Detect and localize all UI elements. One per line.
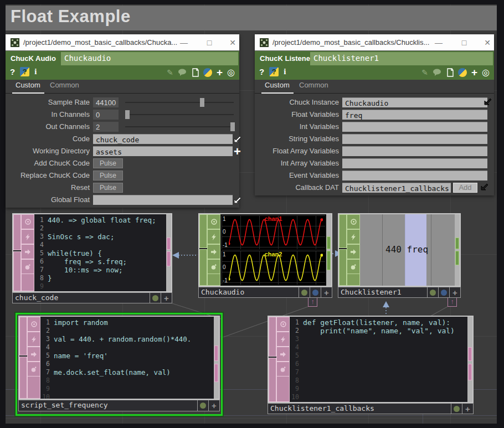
add-parameter-icon[interactable]: + — [217, 68, 223, 78]
param-slider[interactable] — [125, 102, 234, 103]
node-viewer-toggle[interactable] — [299, 287, 310, 298]
operator-name-field[interactable]: Chucklistener1 — [310, 52, 493, 65]
tab-common[interactable]: Common — [299, 81, 328, 89]
comment-edit-icon[interactable]: ✎ — [421, 68, 428, 77]
node-add-button[interactable]: + — [462, 403, 474, 414]
node-add-button[interactable]: + — [450, 287, 461, 298]
node-connector-strip[interactable] — [19, 317, 27, 399]
node-output-strip[interactable] — [467, 317, 472, 402]
dat-code-viewer[interactable]: 1440. => global float freq; 2 3SinOsc s … — [34, 214, 166, 291]
bypass-flag-icon[interactable] — [207, 229, 220, 244]
node-chuckaudio[interactable]: chan1 1 0 -1 chan2 1 0 -1 — [198, 213, 332, 298]
viewer-flag-icon[interactable] — [276, 317, 290, 332]
param-text-field[interactable] — [342, 122, 487, 132]
export-arrow-icon[interactable] — [233, 134, 243, 144]
node-viewer-toggle[interactable] — [150, 292, 161, 303]
node-viewer-toggle[interactable] — [198, 400, 209, 411]
bypass-flag-icon[interactable] — [276, 332, 290, 347]
pin-target-icon[interactable]: ◎ — [482, 67, 490, 78]
dock-flag-icon[interactable] — [207, 244, 220, 259]
param-text-field[interactable]: freq — [342, 110, 487, 120]
viewer-flag-icon[interactable] — [27, 317, 40, 332]
node-audio-toggle[interactable] — [439, 287, 450, 298]
node-add-button[interactable]: + — [209, 400, 220, 411]
slider-handle[interactable] — [200, 98, 204, 107]
node-name[interactable]: Chucklistener1_callbacks — [268, 403, 451, 414]
node-output-strip[interactable] — [326, 214, 331, 286]
dat-code-viewer[interactable]: 1import random 2 3val = 440. + random.ra… — [40, 317, 214, 399]
maximize-button[interactable]: □ — [204, 37, 215, 48]
cook-flag-icon[interactable] — [347, 259, 360, 274]
dock-flag-icon[interactable] — [21, 244, 34, 259]
dat-code-viewer[interactable]: 1def getFloat(listener, name, val): 2 pr… — [290, 317, 467, 402]
bypass-flag-icon[interactable] — [21, 229, 34, 244]
slider-handle[interactable] — [125, 110, 130, 119]
comment-edit-icon[interactable]: ✎ — [167, 68, 173, 77]
node-name[interactable]: chuck_code — [12, 292, 150, 303]
cook-flag-icon[interactable] — [207, 259, 220, 274]
param-slider[interactable] — [125, 126, 234, 127]
tab-custom[interactable]: Custom — [16, 81, 40, 89]
help-icon[interactable]: ? — [259, 67, 264, 76]
pin-target-icon[interactable]: ◎ — [227, 67, 235, 78]
node-name[interactable]: Chucklistener1 — [338, 287, 428, 298]
add-parameter-icon[interactable]: + — [471, 68, 477, 78]
node-add-button[interactable]: + — [321, 287, 332, 298]
pulse-button[interactable]: Pulse — [93, 171, 123, 181]
operator-name-field[interactable]: Chuckaudio — [61, 52, 238, 65]
close-button[interactable]: ✕ — [227, 37, 238, 48]
node-chucklistener1[interactable]: 440 freq Chucklistener1 + — [338, 213, 461, 298]
node-chucklistener1-callbacks[interactable]: 1def getFloat(listener, name, val): 2 pr… — [268, 316, 474, 414]
node-connector-strip[interactable] — [13, 214, 21, 291]
python-expressions-icon[interactable] — [203, 68, 212, 77]
python-help-icon[interactable]: ? — [269, 67, 279, 76]
dock-flag-icon[interactable] — [27, 347, 40, 362]
node-audio-toggle[interactable] — [310, 287, 321, 298]
node-output-strip[interactable] — [214, 317, 219, 399]
dock-flag-icon[interactable] — [347, 244, 360, 259]
slider-handle[interactable] — [230, 122, 235, 131]
bypass-flag-icon[interactable] — [27, 332, 40, 347]
info-icon[interactable]: i — [34, 67, 37, 76]
python-expressions-icon[interactable] — [458, 68, 467, 77]
folder-add-icon[interactable]: + — [234, 145, 241, 159]
python-help-icon[interactable]: ? — [20, 67, 29, 76]
export-arrow-filled-icon[interactable] — [480, 182, 490, 192]
tab-custom[interactable]: Custom — [265, 81, 290, 89]
export-arrow-icon[interactable] — [233, 195, 243, 205]
param-value-field[interactable]: 0 — [93, 110, 119, 120]
node-output-strip[interactable] — [166, 214, 171, 291]
param-text-field[interactable] — [342, 146, 487, 156]
param-ref-field[interactable]: assets — [93, 146, 233, 156]
viewer-flag-icon[interactable] — [21, 214, 34, 229]
window-titlebar[interactable]: /project1/demo_most_basic_callbacks/Chuc… — [6, 34, 239, 51]
viewer-flag-icon[interactable] — [207, 214, 220, 229]
param-text-field[interactable] — [342, 171, 487, 181]
pulse-button[interactable]: Pulse — [93, 158, 123, 168]
bypass-flag-icon[interactable] — [347, 229, 360, 244]
viewer-flag-icon[interactable] — [347, 214, 360, 229]
param-ref-field[interactable]: Chucklistener1_callbacks — [342, 183, 451, 193]
cook-flag-icon[interactable] — [276, 362, 290, 377]
node-chuck-code[interactable]: 1440. => global float freq; 2 3SinOsc s … — [12, 213, 172, 303]
export-arrow-filled-icon[interactable] — [483, 96, 493, 106]
minimize-button[interactable]: — — [433, 37, 444, 48]
param-ref-field[interactable]: Chuckaudio — [342, 97, 487, 107]
param-ref-field[interactable] — [93, 195, 233, 205]
node-connector-strip[interactable] — [269, 317, 276, 402]
copy-parameters-icon[interactable] — [446, 68, 454, 77]
tab-common[interactable]: Common — [50, 81, 79, 89]
minimize-button[interactable]: — — [178, 37, 189, 48]
param-slider[interactable] — [125, 114, 234, 115]
node-connector-strip[interactable] — [339, 214, 347, 286]
cook-flag-icon[interactable] — [21, 259, 34, 274]
dock-expand-button[interactable]: ↑ — [308, 297, 317, 307]
node-output-strip[interactable] — [455, 214, 460, 286]
node-name[interactable]: Chuckaudio — [198, 287, 299, 298]
dock-expand-button[interactable]: ↑ — [448, 297, 457, 307]
param-ref-field[interactable]: chuck_code — [93, 134, 233, 144]
param-text-field[interactable] — [342, 134, 487, 144]
node-viewer-toggle[interactable] — [428, 287, 439, 298]
add-callback-button[interactable]: Add — [453, 183, 477, 193]
pulse-button[interactable]: Pulse — [93, 183, 123, 193]
